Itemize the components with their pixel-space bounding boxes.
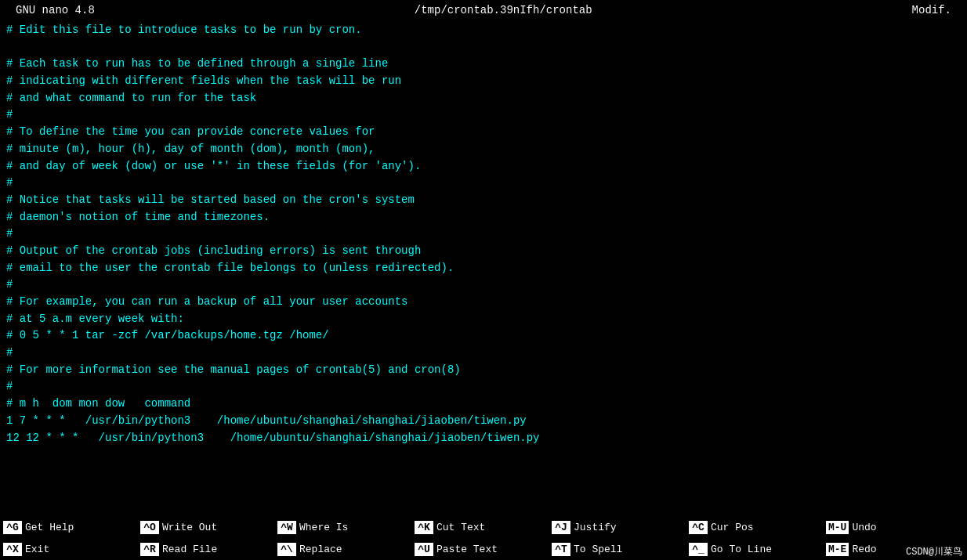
editor[interactable]: # Edit this file to introduce tasks to b… bbox=[0, 20, 967, 494]
footer-label: Get Help bbox=[25, 522, 74, 533]
footer-label: Paste Text bbox=[436, 544, 498, 555]
footer-key: ^R bbox=[140, 543, 159, 556]
footer-item[interactable]: ^GGet Help bbox=[0, 516, 137, 538]
watermark: CSDN@川菜鸟 bbox=[901, 544, 967, 560]
footer-key: ^X bbox=[3, 543, 22, 556]
editor-line: # bbox=[6, 345, 961, 362]
editor-line bbox=[6, 39, 961, 56]
footer-item[interactable]: ^_Go To Line bbox=[686, 538, 823, 560]
footer-label: Undo bbox=[852, 522, 876, 533]
editor-line: # minute (m), hour (h), day of month (do… bbox=[6, 141, 961, 158]
header-version: GNU nano 4.8 bbox=[16, 4, 95, 16]
editor-line: # Edit this file to introduce tasks to b… bbox=[6, 22, 961, 39]
editor-line: # To define the time you can provide con… bbox=[6, 124, 961, 141]
footer-key: ^U bbox=[415, 543, 433, 556]
footer-label: Exit bbox=[25, 544, 49, 555]
editor-line: # For example, you can run a backup of a… bbox=[6, 294, 961, 311]
footer-key: ^G bbox=[3, 521, 22, 534]
editor-line: # For more information see the manual pa… bbox=[6, 362, 961, 379]
editor-line: # indicating with different fields when … bbox=[6, 73, 961, 90]
header-filename: /tmp/crontab.39nIfh/crontab bbox=[415, 4, 592, 16]
footer-item[interactable]: ^WWhere Is bbox=[274, 516, 411, 538]
editor-line: # 0 5 * * 1 tar -zcf /var/backups/home.t… bbox=[6, 327, 961, 345]
footer-item[interactable]: ^UPaste Text bbox=[411, 538, 549, 560]
footer-key: ^J bbox=[552, 521, 570, 534]
editor-line: 12 12 * * * /usr/bin/python3 /home/ubunt… bbox=[6, 430, 961, 447]
footer-label: Write Out bbox=[162, 522, 217, 533]
editor-line: # bbox=[6, 107, 961, 124]
footer-key: ^W bbox=[277, 521, 296, 534]
footer: ^GGet Help^OWrite Out^WWhere Is^KCut Tex… bbox=[0, 516, 967, 560]
footer-key: ^\ bbox=[277, 543, 296, 556]
footer-key: M-E bbox=[826, 543, 849, 556]
footer-label: Where Is bbox=[299, 522, 348, 533]
header-modified: Modif. bbox=[912, 4, 951, 16]
footer-label: Read File bbox=[162, 544, 217, 555]
editor-line: 1 7 * * * /usr/bin/python3 /home/ubuntu/… bbox=[6, 413, 961, 430]
footer-key: M-U bbox=[826, 521, 849, 534]
footer-key: ^C bbox=[689, 521, 708, 534]
editor-line: # bbox=[6, 276, 961, 294]
footer-item[interactable]: ^\Replace bbox=[274, 538, 411, 560]
footer-label: Justify bbox=[574, 522, 617, 533]
editor-line: # Each task to run has to be defined thr… bbox=[6, 56, 961, 73]
footer-label: Cur Pos bbox=[711, 522, 754, 533]
footer-item[interactable]: ^CCur Pos bbox=[686, 516, 823, 538]
editor-line: # Output of the crontab jobs (including … bbox=[6, 243, 961, 260]
footer-item[interactable]: ^TTo Spell bbox=[549, 538, 686, 560]
footer-key: ^_ bbox=[689, 543, 708, 556]
editor-line: # bbox=[6, 175, 961, 192]
footer-key: ^T bbox=[552, 543, 570, 556]
footer-label: Go To Line bbox=[711, 544, 772, 555]
footer-label: Cut Text bbox=[436, 522, 485, 533]
footer-label: Replace bbox=[299, 544, 342, 555]
editor-line: # Notice that tasks will be started base… bbox=[6, 192, 961, 209]
footer-item[interactable]: ^JJustify bbox=[549, 516, 686, 538]
editor-line: # bbox=[6, 378, 961, 396]
editor-line: # and what command to run for the task bbox=[6, 90, 961, 107]
editor-line: # at 5 a.m every week with: bbox=[6, 311, 961, 328]
footer-label: To Spell bbox=[574, 544, 622, 555]
footer-key: ^O bbox=[140, 521, 159, 534]
editor-line: # bbox=[6, 226, 961, 243]
editor-line: # m h dom mon dow command bbox=[6, 396, 961, 413]
header: GNU nano 4.8 /tmp/crontab.39nIfh/crontab… bbox=[0, 0, 967, 20]
footer-label: Redo bbox=[852, 544, 876, 555]
editor-line: # and day of week (dow) or use '*' in th… bbox=[6, 158, 961, 175]
footer-item[interactable]: ^OWrite Out bbox=[137, 516, 274, 538]
footer-item[interactable]: ^KCut Text bbox=[411, 516, 549, 538]
footer-item[interactable]: ^XExit bbox=[0, 538, 137, 560]
footer-key: ^K bbox=[415, 521, 433, 534]
footer-item[interactable]: M-UUndo bbox=[823, 516, 960, 538]
editor-line: # email to the user the crontab file bel… bbox=[6, 260, 961, 277]
editor-line: # daemon's notion of time and timezones. bbox=[6, 209, 961, 226]
footer-item[interactable]: ^RRead File bbox=[137, 538, 274, 560]
